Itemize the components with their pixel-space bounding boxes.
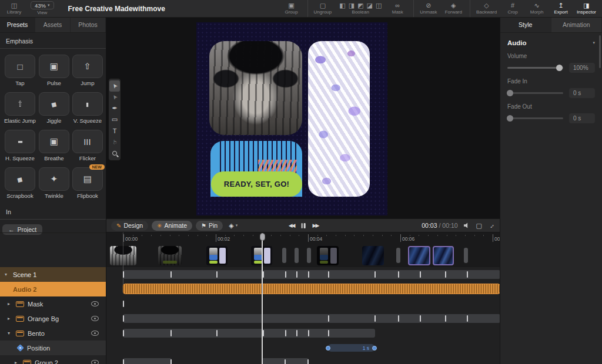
group-button[interactable]: ▣Group <box>283 0 300 17</box>
layer-row-audio-2[interactable]: Audio 2 <box>0 282 106 296</box>
forward-button[interactable]: ◈Forward <box>445 0 462 17</box>
pin-button[interactable]: ⚑ Pin <box>196 221 223 231</box>
tool-text[interactable]: T <box>109 125 120 136</box>
keyframe-dot[interactable] <box>326 346 330 350</box>
track-bar-group-2[interactable] <box>262 358 309 364</box>
frame-sliver[interactable] <box>295 248 299 263</box>
volume-slider-knob[interactable] <box>556 65 563 71</box>
layer-row-orange-bg[interactable]: ▸Orange Bg <box>0 311 106 326</box>
frame-sliver[interactable] <box>396 248 400 263</box>
volume-value[interactable]: 100% <box>569 63 595 73</box>
preset-pulse[interactable]: ▣Pulse <box>39 55 69 86</box>
track-bar-orange-bg[interactable] <box>123 314 500 323</box>
tool-hand[interactable]: ☞ <box>109 136 120 147</box>
zoom-level-dropdown[interactable]: 43% ▾ View <box>31 0 54 17</box>
boolean-button[interactable]: ◧◨◩◪◫Boolean <box>339 0 382 17</box>
tool-shape[interactable]: ▭ <box>109 114 120 125</box>
tab-photos[interactable]: Photos <box>71 18 106 32</box>
playhead-knob[interactable] <box>260 233 265 241</box>
preset-tile-flipbook[interactable]: ▤NEW <box>72 167 103 191</box>
artboard[interactable]: READY, SET, GO! <box>196 22 387 215</box>
keyframe-dropdown[interactable]: ◈ ▾ <box>229 222 238 230</box>
preset-jump[interactable]: ⇧Jump <box>72 55 103 86</box>
tab-presets[interactable]: Presets <box>0 18 35 32</box>
layer-row-bento[interactable]: ▾Bento <box>0 326 106 341</box>
preset-tile-twinkle[interactable]: ✦ <box>39 167 69 191</box>
preset-breathe[interactable]: ▣Breathe <box>39 130 69 161</box>
preset-tile-jump[interactable]: ⇧ <box>72 55 103 78</box>
fade-out-slider-knob[interactable] <box>507 115 513 122</box>
tab-assets[interactable]: Assets <box>35 18 71 32</box>
frame-thumbnail[interactable] <box>317 246 339 265</box>
frame-thumbnail[interactable] <box>206 246 228 265</box>
headline-pill[interactable]: READY, SET, GO! <box>211 171 302 197</box>
chevron-down-icon[interactable]: ▾ <box>8 331 12 336</box>
keyframe-segment[interactable]: 1 s <box>327 344 375 352</box>
expand-icon[interactable]: ↔ <box>486 221 496 230</box>
frame-thumbnail[interactable] <box>408 246 430 265</box>
fade-in-slider-knob[interactable] <box>507 90 513 96</box>
audio-waveform-bar[interactable] <box>123 284 500 294</box>
fade-out-slider[interactable] <box>507 117 563 119</box>
preset-tile-pulse[interactable]: ▣ <box>39 55 69 78</box>
track-bar-scene-1[interactable] <box>123 270 500 279</box>
preset-twinkle[interactable]: ✦Twinkle <box>39 167 69 199</box>
tool-direct-select[interactable]: ➤ <box>109 92 120 103</box>
preset-tile-scrapbook[interactable]: ■ <box>5 167 35 191</box>
frame-thumbnail[interactable] <box>158 246 182 265</box>
panel-scrollbar[interactable] <box>599 35 601 68</box>
preset-tile-tap[interactable]: □ <box>5 55 35 78</box>
chevron-right-icon[interactable]: ▸ <box>15 360 19 364</box>
track-bar-bento[interactable] <box>123 329 375 338</box>
mask-button[interactable]: ∞Mask <box>389 0 406 17</box>
frame-sliver[interactable] <box>464 248 468 263</box>
frame-thumbnail[interactable] <box>362 246 384 265</box>
inspector-button[interactable]: ◨Inspector <box>577 0 596 17</box>
backward-button[interactable]: ◇Backward <box>470 0 497 17</box>
fade-in-value[interactable]: 0 s <box>569 88 595 98</box>
preset-h-squeeze[interactable]: ■H. Squeeze <box>4 130 36 161</box>
chevron-right-icon[interactable]: ▸ <box>8 301 12 306</box>
design-mode-button[interactable]: ✎ Design <box>111 221 148 231</box>
preset-tile-v-squeeze[interactable]: ■ <box>72 92 103 116</box>
frame-sliver[interactable] <box>307 248 311 263</box>
preset-tile-jiggle[interactable]: ■ <box>39 92 69 116</box>
layer-row-position[interactable]: Position <box>0 341 106 355</box>
chevron-right-icon[interactable]: ▸ <box>8 316 12 321</box>
export-button[interactable]: ↥Export <box>553 0 569 17</box>
visibility-eye-icon[interactable] <box>91 316 99 321</box>
texture-card[interactable] <box>308 41 370 197</box>
visibility-eye-icon[interactable] <box>91 301 99 306</box>
preset-tile-h-squeeze[interactable]: ■ <box>5 130 35 153</box>
track-bar-group-2[interactable] <box>123 358 172 364</box>
chevron-down-icon[interactable]: ▾ <box>593 41 595 45</box>
fast-forward-button[interactable]: ▶▶ <box>313 223 319 228</box>
layer-row-scene-1[interactable]: ▾Scene 1 <box>0 267 106 282</box>
tab-animation[interactable]: Animation <box>551 18 602 32</box>
canvas[interactable]: READY, SET, GO! ➤➤✒▭T☞ <box>106 18 500 218</box>
playhead[interactable] <box>262 233 263 364</box>
loop-region-icon[interactable]: ▢ <box>476 222 482 230</box>
morph-button[interactable]: ∿Morph <box>529 0 545 17</box>
layer-row-mask[interactable]: ▸Mask <box>0 296 106 311</box>
preset-tap[interactable]: □Tap <box>4 55 36 86</box>
preset-scrapbook[interactable]: ■Scrapbook <box>4 167 36 199</box>
frame-thumbnail[interactable] <box>433 246 454 265</box>
tool-pen[interactable]: ✒ <box>109 103 120 114</box>
preset-tile-breathe[interactable]: ▣ <box>39 130 69 153</box>
animate-mode-button[interactable]: ✳ Animate <box>152 221 192 231</box>
preset-tile-elastic-jump[interactable]: ⇧ <box>5 92 35 116</box>
visibility-eye-icon[interactable] <box>91 360 99 364</box>
project-back-button[interactable]: ← Project <box>2 224 42 235</box>
rewind-button[interactable]: ◀◀ <box>289 223 295 228</box>
preset-flicker[interactable]: |||Flicker <box>72 130 103 161</box>
layer-row-group-2[interactable]: ▸Group 2 <box>0 355 106 364</box>
frame-sliver[interactable] <box>282 248 286 263</box>
pause-button[interactable] <box>302 223 306 228</box>
clip-marker[interactable] <box>123 301 124 307</box>
tool-select[interactable]: ➤ <box>109 80 120 92</box>
preset-tile-flicker[interactable]: ||| <box>72 130 103 153</box>
volume-icon[interactable] <box>464 223 470 228</box>
tool-zoom[interactable] <box>109 147 120 159</box>
photo-card[interactable] <box>209 41 302 135</box>
